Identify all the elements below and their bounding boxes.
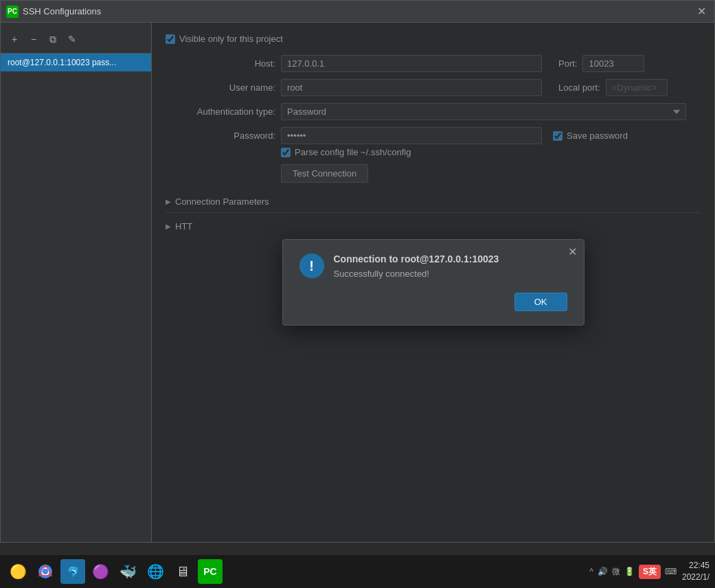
- tray-wechat[interactable]: 微: [612, 566, 620, 578]
- sougou-badge[interactable]: S英: [639, 565, 661, 579]
- taskbar-icon-world[interactable]: 🌐: [143, 559, 168, 584]
- remove-button[interactable]: −: [25, 31, 42, 47]
- window-close-button[interactable]: ✕: [694, 4, 709, 19]
- window-title: SSH Configurations: [23, 6, 101, 16]
- title-bar-left: PC SSH Configurations: [6, 5, 101, 18]
- main-panel: Visible only for this project Host: Port…: [152, 23, 714, 542]
- title-bar: PC SSH Configurations ✕: [1, 1, 714, 23]
- taskbar: 🟡 🐬 🟣 🐳 🌐 🖥 PC ^ 🔊 微 🔋 S英 ⌨ 22:45 2022/: [0, 555, 715, 588]
- taskbar-icon-docker[interactable]: 🐳: [115, 559, 140, 584]
- tray-chevron[interactable]: ^: [589, 567, 593, 576]
- taskbar-right: ^ 🔊 微 🔋 S英 ⌨ 22:45 2022/1/​: [589, 560, 710, 583]
- svg-point-2: [43, 569, 48, 574]
- taskbar-icon-chrome[interactable]: [33, 559, 58, 584]
- main-window: PC SSH Configurations ✕ + − ⧉ ✎ root@127…: [0, 0, 715, 543]
- dialog-content: ! Connection to root@127.0.0.1:10023 Suc…: [299, 253, 567, 279]
- taskbar-icon-aqua[interactable]: 🟣: [88, 559, 113, 584]
- dialog-title: Connection to root@127.0.0.1:10023: [334, 253, 567, 264]
- add-button[interactable]: +: [6, 31, 23, 47]
- dialog-overlay: ✕ ! Connection to root@127.0.0.1:10023 S…: [152, 23, 714, 542]
- dialog-message: Successfully connected!: [334, 269, 567, 279]
- clock-time: 22:45: [682, 560, 710, 572]
- dialog-close-button[interactable]: ✕: [568, 245, 577, 258]
- taskbar-icon-terminal[interactable]: 🖥: [170, 559, 195, 584]
- content-area: + − ⧉ ✎ root@127.0.0.1:10023 pass... Vis…: [1, 23, 714, 542]
- sidebar-toolbar: + − ⧉ ✎: [1, 28, 151, 54]
- app-icon: PC: [6, 5, 19, 18]
- taskbar-icon-db[interactable]: 🐬: [60, 559, 85, 584]
- dialog-ok-button[interactable]: OK: [514, 293, 567, 311]
- clock-date: 2022/1/​: [682, 572, 710, 583]
- tray-keyboard[interactable]: ⌨: [665, 567, 677, 576]
- taskbar-icon-sticky[interactable]: 🟡: [5, 559, 30, 584]
- success-dialog: ✕ ! Connection to root@127.0.0.1:10023 S…: [282, 239, 585, 326]
- sidebar-item-root[interactable]: root@127.0.0.1:10023 pass...: [1, 54, 151, 71]
- sidebar: + − ⧉ ✎ root@127.0.0.1:10023 pass...: [1, 23, 152, 542]
- dialog-actions: OK: [299, 293, 567, 311]
- dialog-icon: !: [299, 253, 324, 278]
- taskbar-icon-pycharm[interactable]: PC: [198, 559, 223, 584]
- taskbar-left: 🟡 🐬 🟣 🐳 🌐 🖥 PC: [5, 559, 223, 584]
- clock: 22:45 2022/1/​: [682, 560, 710, 583]
- edit-button[interactable]: ✎: [64, 31, 80, 47]
- tray-battery[interactable]: 🔋: [624, 567, 635, 576]
- system-tray: ^ 🔊 微 🔋 S英 ⌨: [589, 565, 677, 579]
- copy-button[interactable]: ⧉: [45, 31, 61, 47]
- tray-volume[interactable]: 🔊: [598, 567, 608, 576]
- dialog-text-block: Connection to root@127.0.0.1:10023 Succe…: [334, 253, 567, 279]
